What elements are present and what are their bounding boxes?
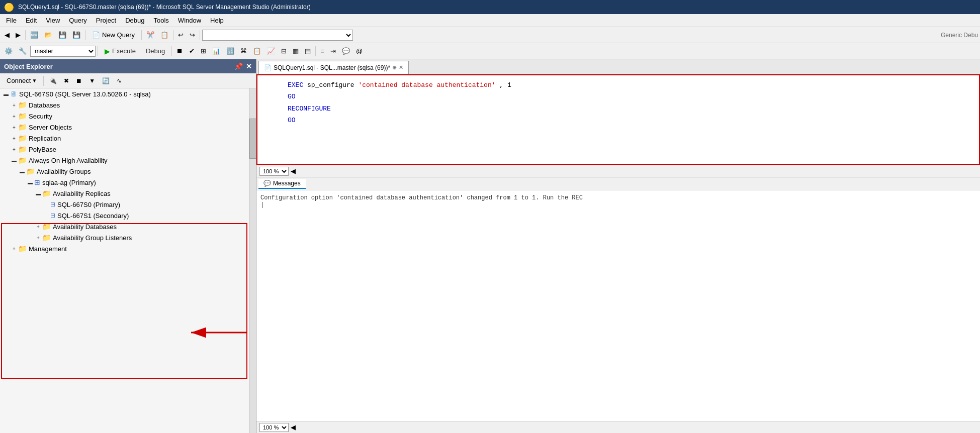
align-button[interactable]: ≡ [318, 46, 327, 56]
results-button[interactable]: 📊 [210, 46, 223, 56]
tree-avail-databases[interactable]: + 📁 Availability Databases [0, 221, 249, 232]
expand-security: + [10, 114, 18, 119]
messages-tab[interactable]: 💬 Messages [258, 179, 306, 189]
oe-stop-icon[interactable]: ⏹ [73, 76, 84, 85]
menu-file[interactable]: File [2, 16, 21, 25]
results-zoom-bar: 100 % ◀ [256, 421, 980, 433]
separator-4 [173, 30, 173, 40]
oe-summarize-icon[interactable]: ∿ [114, 76, 124, 85]
ag-icon: ⊞ [34, 178, 40, 186]
oe-connect-icon[interactable]: 🔌 [47, 76, 59, 85]
tree-replication[interactable]: + 📁 Replication [0, 133, 249, 144]
separator-5 [200, 30, 200, 40]
separator-6 [98, 46, 98, 56]
tree-management[interactable]: + 📁 Management [0, 243, 249, 254]
tree-replica-secondary[interactable]: ⊟ SQL-667S1 (Secondary) [0, 210, 249, 221]
results-zoom-select[interactable]: 100 % [259, 423, 289, 432]
oe-filter-icon[interactable]: ▼ [86, 76, 98, 85]
query-tab-label: SQLQuery1.sql - SQL...master (sqlsa (69)… [274, 64, 390, 71]
new-query-button[interactable]: 📄 New Query [87, 30, 139, 40]
tab-close-button[interactable]: ⊕ [392, 64, 397, 71]
generic-debug-label: Generic Debu [941, 32, 978, 39]
stats-button[interactable]: 📈 [264, 46, 278, 56]
menu-edit[interactable]: Edit [22, 16, 41, 25]
replication-label: Replication [29, 135, 61, 142]
server-dropdown[interactable] [202, 30, 353, 41]
code-line-2: GO [288, 91, 511, 102]
oe-disconnect-icon[interactable]: ✖ [61, 76, 71, 85]
results2-button[interactable]: ⊟ [279, 46, 289, 56]
debug-button[interactable]: Debug [141, 46, 169, 56]
bookmark-button[interactable]: @ [353, 46, 365, 56]
tab-pin-button[interactable]: ✕ [399, 64, 403, 71]
database-dropdown[interactable]: master [30, 46, 96, 57]
tree-replica-primary[interactable]: ⊟ SQL-667S0 (Primary) [0, 199, 249, 210]
text-button[interactable]: ▤ [302, 46, 313, 56]
menu-debug[interactable]: Debug [121, 16, 148, 25]
reconfigure-keyword: RECONFIGURE [288, 105, 331, 113]
tree-avail-listeners[interactable]: + 📁 Availability Group Listeners [0, 232, 249, 243]
menu-query[interactable]: Query [65, 16, 91, 25]
tree-databases[interactable]: + 📁 Databases [0, 99, 249, 111]
tree-sqlaa-ag[interactable]: ▬ ⊞ sqlaa-ag (Primary) [0, 177, 249, 188]
go-keyword-1: GO [288, 93, 296, 100]
tree-server-node[interactable]: ▬ 🖥 SQL-667S0 (SQL Server 13.0.5026.0 - … [0, 88, 249, 99]
save-all-button[interactable]: 💾 [70, 30, 83, 40]
avail-databases-label: Availability Databases [53, 223, 117, 231]
oe-scrollbar[interactable] [249, 88, 256, 433]
expand-always-on: ▬ [10, 158, 18, 163]
back-button[interactable]: ◀ [2, 30, 12, 40]
redo-button[interactable]: ↪ [187, 30, 198, 40]
stop-button[interactable]: ⏹ [174, 46, 186, 56]
query-tab[interactable]: 📄 SQLQuery1.sql - SQL...master (sqlsa (6… [258, 61, 409, 74]
connect-button[interactable]: Connect ▼ [3, 75, 40, 86]
databases-folder-icon: 📁 [18, 101, 27, 109]
parse-button[interactable]: ⌘ [238, 46, 249, 56]
expand-sqlaa-ag: ▬ [26, 180, 34, 185]
menu-window[interactable]: Window [174, 16, 205, 25]
tree-availability-groups[interactable]: ▬ 📁 Availability Groups [0, 166, 249, 177]
calc-button[interactable]: 🔢 [224, 46, 237, 56]
results-scroll-left[interactable]: ◀ [291, 423, 296, 431]
pin-icon[interactable]: 📌 [234, 62, 243, 70]
editor-zoom-select[interactable]: 100 % [259, 167, 289, 176]
server-objects-label: Server Objects [29, 124, 72, 131]
execute-button[interactable]: ▶ Execute [100, 46, 140, 57]
query-editor[interactable]: EXEC sp_configure 'contained database au… [257, 75, 515, 164]
menu-project[interactable]: Project [92, 16, 120, 25]
open-button[interactable]: 📂 [42, 30, 55, 40]
grid-button[interactable]: ⊞ [198, 46, 209, 56]
paste-button[interactable]: 📋 [158, 30, 171, 40]
management-folder-icon: 📁 [18, 245, 27, 253]
new-file-button[interactable]: 🆕 [28, 30, 41, 40]
check-button[interactable]: ✔ [187, 46, 197, 56]
indent-button[interactable]: ⇥ [328, 46, 338, 56]
oe-refresh-icon[interactable]: 🔄 [100, 76, 112, 85]
comment-button[interactable]: 💬 [339, 46, 352, 56]
tree-security[interactable]: + 📁 Security [0, 111, 249, 122]
menu-bar: File Edit View Query Project Debug Tools… [0, 14, 980, 27]
copy-button[interactable]: ✂️ [144, 30, 157, 40]
security-label: Security [29, 113, 52, 120]
close-icon[interactable]: ✕ [246, 62, 252, 70]
expand-avail-databases: + [34, 224, 42, 230]
tree-avail-replicas[interactable]: ▬ 📁 Availability Replicas [0, 188, 249, 199]
undo-button[interactable]: ↩ [175, 30, 186, 40]
editor-scroll-left[interactable]: ◀ [291, 167, 296, 175]
separator-2 [85, 30, 85, 40]
toolbar2-btn2[interactable]: 🔧 [16, 46, 29, 56]
connect-label: Connect [7, 77, 31, 84]
menu-view[interactable]: View [42, 16, 64, 25]
menu-tools[interactable]: Tools [150, 16, 173, 25]
grid2-button[interactable]: ▦ [290, 46, 301, 56]
polybase-label: PolyBase [29, 146, 56, 153]
query-tab-icon: 📄 [264, 64, 272, 71]
toolbar2-btn1[interactable]: ⚙️ [2, 46, 15, 56]
save-button[interactable]: 💾 [56, 30, 69, 40]
menu-help[interactable]: Help [206, 16, 228, 25]
tree-polybase[interactable]: + 📁 PolyBase [0, 144, 249, 155]
tree-always-on[interactable]: ▬ 📁 Always On High Availability [0, 155, 249, 166]
forward-button[interactable]: ▶ [13, 30, 23, 40]
plan-button[interactable]: 📋 [250, 46, 263, 56]
tree-server-objects[interactable]: + 📁 Server Objects [0, 122, 249, 133]
